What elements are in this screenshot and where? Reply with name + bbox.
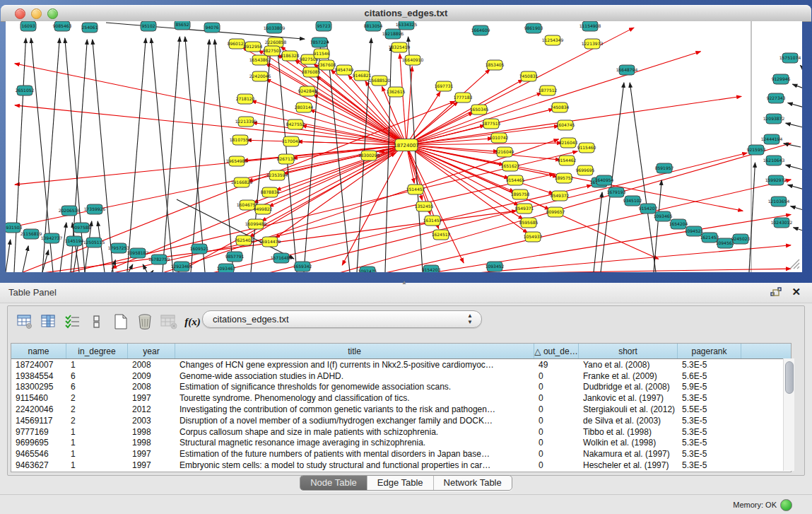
graph-node[interactable]: 16914479 [259,237,281,247]
graph-node[interactable]: 1895752 [555,173,574,183]
graph-node[interactable]: 16640910 [402,55,424,65]
graph-node[interactable]: 1664609 [471,25,490,35]
graph-node[interactable]: 8454749 [335,65,354,75]
graph-node[interactable]: 1650345 [470,105,489,115]
splitter-handle[interactable]: ▲ [401,281,408,284]
graph-node[interactable]: 16099489 [245,219,267,229]
graph-node[interactable]: 10958187 [127,248,149,258]
graph-node[interactable]: 1640954 [595,175,614,185]
graph-node[interactable]: 8591957 [655,163,674,173]
table-row[interactable]: 1456911722003Disruption of a novel membe… [11,415,791,426]
graph-node[interactable]: 1877515 [482,119,501,129]
graph-node[interactable]: 19166829 [231,177,253,187]
graph-node[interactable]: 9245023 [731,234,751,244]
graph-node[interactable]: 8813054 [364,21,383,31]
graph-node[interactable]: 16093 [20,21,36,31]
graph-node[interactable]: 18724007 [394,139,419,151]
table-row[interactable]: 911546021997Tourette syndrome. Phenomeno… [11,392,791,404]
graph-node[interactable]: 1352455 [415,201,434,211]
graph-node[interactable]: 8878834 [261,187,280,197]
graph-node[interactable]: 2651052 [16,86,35,95]
graph-node[interactable]: 9227343 [767,93,786,103]
table-row[interactable]: 946554611997Estimation of the future num… [11,448,791,460]
graph-node[interactable]: 1631457 [423,216,442,226]
graph-node[interactable]: 12505115 [83,238,105,247]
graph-node[interactable]: 7857224 [310,37,329,47]
graph-node[interactable]: 1093465 [654,211,673,221]
new-column-icon[interactable] [110,311,131,332]
graph-node[interactable]: 1093452 [486,262,505,271]
graph-node[interactable]: 1054937 [524,232,543,242]
graph-node[interactable]: 9215953 [747,145,766,155]
table-scrollbar[interactable] [783,358,794,471]
graph-node[interactable]: 16782759 [148,255,170,264]
graph-node[interactable]: 10243012 [771,218,793,228]
graph-node[interactable]: 1777183 [454,93,473,103]
graph-node[interactable]: 1145194 [65,236,84,246]
table-mode-icon[interactable] [13,311,35,332]
graph-node[interactable]: 9699695 [576,165,595,175]
graph-node[interactable]: 1010742 [490,133,509,143]
graph-node[interactable]: 9861903 [524,23,543,33]
graph-node[interactable]: 11254349 [542,35,564,45]
graph-node[interactable]: 9154207 [639,204,658,214]
graph-node[interactable]: 8099657 [546,207,565,217]
graph-node[interactable]: 9154462 [558,156,577,165]
graph-node[interactable]: 7450831 [519,71,539,81]
graph-node[interactable]: 2876085 [302,67,321,77]
float-panel-icon[interactable] [770,287,782,298]
network-table-selector[interactable]: citations_edges.txt ▲▼ [202,310,482,328]
graph-node[interactable]: 1697731 [435,81,454,91]
graph-node[interactable]: 2718120 [236,94,255,104]
graph-node[interactable]: 1659342 [293,262,312,271]
graph-node[interactable]: 16210643 [763,156,785,165]
graph-node[interactable]: 9827503 [263,46,282,56]
table-row[interactable]: 1872400712008Changes of HCN gene express… [11,359,791,370]
graph-node[interactable]: 1651627 [501,161,520,171]
show-columns-icon[interactable] [37,311,59,332]
graph-node[interactable]: 13942737 [41,233,63,243]
graph-node[interactable]: 12213399 [235,117,257,127]
graph-node[interactable]: 15751074 [779,53,801,63]
graph-node[interactable]: 12213973 [582,39,604,49]
graph-node[interactable]: 7450834 [551,103,570,112]
graph-node[interactable]: 3931503 [4,223,23,233]
graph-node[interactable]: 22420046 [249,71,271,81]
close-panel-icon[interactable]: ✕ [792,286,801,298]
table-row[interactable]: 1830029562008Estimation of significance … [11,382,791,393]
graph-node[interactable]: 12444194 [761,134,783,144]
graph-node[interactable]: 12103654 [768,197,790,206]
select-all-icon[interactable] [61,311,83,332]
graph-node[interactable]: 15716485 [271,253,293,263]
graph-node[interactable]: 16033809 [264,23,286,33]
graph-node[interactable]: 9129946 [772,74,791,84]
delete-table-icon[interactable] [158,311,180,332]
graph-node[interactable]: 254061 [82,23,98,33]
column-header-title[interactable]: title [175,344,534,358]
column-header-out_de[interactable]: △ out_de… [534,344,579,358]
unselect-all-icon[interactable] [86,311,107,332]
table-row[interactable]: 969969511998Structural magnetic resonanc… [11,438,791,449]
graph-node[interactable]: 9154203 [422,265,441,275]
graph-node[interactable]: 1093467 [217,264,236,274]
graph-node[interactable]: 2803144 [295,103,314,112]
graph-node[interactable]: 18300295 [358,151,380,160]
graph-node[interactable]: 1877512 [539,86,558,95]
graph-node[interactable]: 8595685 [519,218,539,228]
graph-node[interactable]: 9154465 [506,175,525,185]
column-header-short[interactable]: short [579,344,678,358]
graph-node[interactable]: 9499822 [254,204,273,214]
graph-node[interactable]: 8427552 [286,119,305,129]
graph-node[interactable]: 9242848 [298,86,317,96]
graph-node[interactable]: 1362615 [387,87,406,97]
graph-node[interactable]: 15992971 [765,175,787,185]
graph-node[interactable]: 16648794 [616,65,638,75]
tab-node-table[interactable]: Node Table [300,476,367,490]
graph-node[interactable]: 1853405 [486,60,505,70]
graph-node[interactable]: 18325419 [389,42,411,52]
function-builder-icon[interactable]: f(x) [182,311,204,332]
graph-node[interactable]: 1654204 [669,219,688,229]
graph-node[interactable]: 17359926 [84,204,106,214]
graph-node[interactable]: 19654985 [226,156,248,166]
graph-node[interactable]: 2367608 [317,60,336,70]
